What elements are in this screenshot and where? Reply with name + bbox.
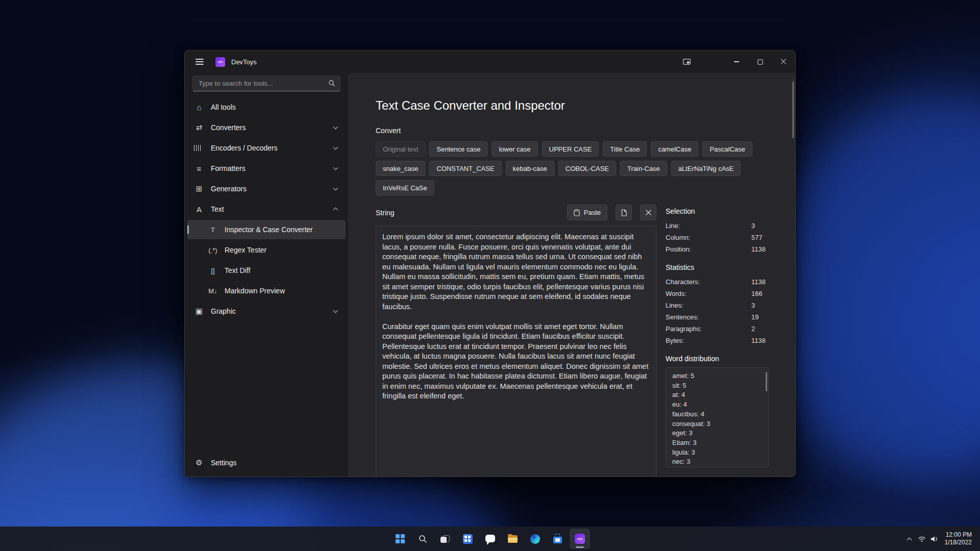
statistics-title: Statistics [666,263,769,271]
scrollbar-thumb[interactable] [766,372,767,391]
paste-button-label: Paste [584,209,601,216]
convert-button-row: snake_case CONSTANT_CASE kebab-case COBO… [376,161,795,176]
folder-icon [508,535,518,543]
case-button-alternating-case[interactable]: aLtErNaTiNg cAsE [671,161,741,176]
sidebar-item-formatters[interactable]: ≡ Formatters [187,159,346,178]
markdown-icon: M↓ [208,287,218,295]
paste-button[interactable]: Paste [567,205,607,220]
stat-row: Position: 1138 [666,243,769,255]
stat-row: Sentences: 19 [666,311,769,323]
sidebar-item-encoders-decoders[interactable]: Encoders / Decoders [187,138,346,158]
word-distribution-item: nec: 3 [672,457,762,467]
convert-section-label: Convert [376,127,795,135]
task-view-button[interactable] [435,529,455,549]
sidebar-item-generators[interactable]: ⊞ Generators [187,179,346,198]
stat-row: Characters: 1138 [666,276,769,288]
word-distribution-list[interactable]: amet: 5 sit: 5 at: 4 eu: 4 faucibus: 4 c… [666,367,769,467]
chevron-down-icon [333,145,338,150]
tray-status-icons[interactable] [918,536,938,542]
clock-date: 1/18/2022 [945,539,972,546]
chevron-down-icon [333,186,338,191]
sidebar-item-label: Formatters [211,164,246,172]
devtoys-window: </> DevToys [184,50,796,477]
devtoys-taskbar-button[interactable]: </> [570,529,590,549]
maximize-button[interactable] [748,51,772,73]
case-button-cobol-case[interactable]: COBOL-CASE [558,161,616,176]
editor-and-inspector: String Paste [376,205,795,477]
open-file-button[interactable] [616,205,632,220]
chat-button[interactable] [480,529,500,549]
case-button-inverse-case[interactable]: InVeRsE CaSe [376,180,434,195]
convert-button-row: Original text Sentence case lower case U… [376,141,795,157]
word-distribution-title: Word distribution [666,355,769,363]
sidebar-item-graphic[interactable]: ▣ Graphic [187,302,346,321]
compact-overlay-button[interactable] [675,51,698,73]
scrollbar-thumb[interactable] [792,81,794,138]
clear-x-icon [646,210,651,215]
clear-button[interactable] [640,205,656,220]
clipboard-icon [574,209,580,216]
case-button-title-case[interactable]: Title Case [603,141,647,157]
hidden-icons-chevron-icon[interactable] [906,537,912,542]
case-button-kebab-case[interactable]: kebab-case [506,161,554,176]
sidebar-item-regex-tester[interactable]: (.*) Regex Tester [187,240,346,260]
stat-row: Bytes: 1138 [666,335,769,346]
case-button-camel-case[interactable]: camelCase [651,141,698,157]
sidebar-item-converters[interactable]: ⇄ Converters [187,118,346,137]
word-distribution-item: sit: 5 [672,381,762,391]
close-button[interactable] [772,51,795,73]
case-button-original-text[interactable]: Original text [376,141,425,157]
word-distribution-item: amet: 5 [672,371,762,381]
minimize-button[interactable] [725,51,748,73]
sidebar-item-text[interactable]: A Text [187,199,346,219]
barcode-icon [194,145,201,151]
stat-row: Paragraphs: 2 [666,323,769,335]
edge-button[interactable] [525,529,545,549]
volume-icon [930,536,938,542]
devtoys-logo: </> [215,57,225,67]
text-t-icon: T [208,226,218,234]
store-button[interactable] [547,529,568,549]
gear-icon: ⚙ [194,458,204,467]
wifi-icon [918,536,926,542]
chat-icon [485,535,495,542]
case-button-upper-case[interactable]: UPPER CASE [542,141,599,157]
sidebar-item-settings[interactable]: ⚙ Settings [187,453,346,472]
sidebar-item-all-tools[interactable]: ⌂ All tools [187,97,346,117]
window-title: DevToys [231,58,257,66]
image-icon: ▣ [194,307,204,316]
case-button-snake-case[interactable]: snake_case [376,161,425,176]
clock-time: 12:00 PM [945,531,972,539]
taskbar-search-button[interactable] [412,529,433,549]
regex-icon: (.*) [208,246,218,254]
menu-button[interactable] [188,51,211,73]
taskbar-clock[interactable]: 12:00 PM 1/18/2022 [945,531,972,546]
case-button-train-case[interactable]: Train-Case [620,161,667,176]
sidebar-item-inspector-case-converter[interactable]: T Inspector & Case Converter [187,220,346,239]
case-button-pascal-case[interactable]: PascalCase [702,141,752,157]
sidebar-item-text-diff[interactable]: [] Text Diff [187,261,346,280]
sidebar-item-markdown-preview[interactable]: M↓ Markdown Preview [187,281,346,300]
search-icon [328,80,335,89]
word-distribution-item: eget: 3 [672,429,762,438]
widgets-button[interactable] [457,529,478,549]
string-input[interactable] [376,226,656,477]
case-button-lower-case[interactable]: lower case [492,141,537,157]
word-distribution-item: eu: 4 [672,400,762,410]
generator-icon: ⊞ [194,184,204,193]
chevron-down-icon [333,308,338,313]
search-input[interactable] [192,76,340,91]
stat-row: Words: 166 [666,288,769,299]
devtoys-icon: </> [575,534,585,544]
task-view-icon [440,535,450,543]
sidebar-item-label: Generators [211,185,247,193]
case-button-constant-case[interactable]: CONSTANT_CASE [429,161,501,176]
start-button[interactable] [390,529,410,549]
file-explorer-button[interactable] [502,529,523,549]
word-distribution-item: at: 4 [672,390,762,400]
system-tray: 12:00 PM 1/18/2022 [908,527,972,551]
stat-row: Line: 3 [666,220,769,232]
case-button-sentence-case[interactable]: Sentence case [429,141,487,157]
taskbar: </> 12:00 PM 1/18/2022 [0,527,980,551]
chevron-down-icon [333,124,338,130]
